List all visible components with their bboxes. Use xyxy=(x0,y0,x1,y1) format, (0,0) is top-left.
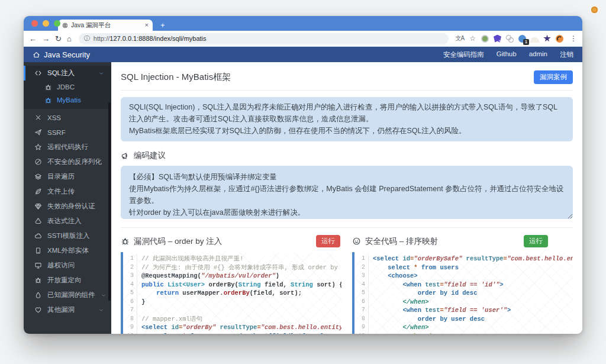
translate-icon[interactable]: 文A xyxy=(456,34,465,43)
line-number: 9 xyxy=(123,323,137,332)
close-window-button[interactable] xyxy=(31,20,38,27)
sidebar-item-1[interactable]: XSS xyxy=(24,110,111,125)
sidebar-scrollbar[interactable] xyxy=(108,102,111,301)
sidebar-item-label: 目录遍历 xyxy=(47,172,75,181)
line-number: 2 xyxy=(354,263,369,272)
droplet-icon xyxy=(34,291,42,299)
code-line: 8// mapper.xml语句 xyxy=(123,315,341,324)
tab-favicon-globe-icon xyxy=(62,22,68,28)
line-number: 8 xyxy=(354,315,369,324)
vuln-case-button[interactable]: 漏洞案例 xyxy=(534,70,573,84)
code-line: 2 select * from users xyxy=(354,263,573,272)
back-icon[interactable]: ← xyxy=(29,35,37,43)
main-content: SQL Injection - MyBatis框架 漏洞案例 SQLI(SQL … xyxy=(111,62,582,334)
forward-icon[interactable]: → xyxy=(42,35,50,43)
code-line: 7 <when test="field == 'user'"> xyxy=(354,306,573,315)
extensions-row: 171 xyxy=(481,35,563,43)
run-safe-button[interactable]: 运行 xyxy=(524,235,548,247)
hat-extension-icon[interactable] xyxy=(531,37,539,41)
avatar-extension-icon[interactable] xyxy=(556,35,563,43)
sidebar-subitem-JDBC[interactable]: JDBC xyxy=(24,80,111,94)
brand[interactable]: Java Security xyxy=(33,50,90,59)
sidebar-item-10[interactable]: XML外部实体 xyxy=(24,243,111,258)
code-line: 9<select id="orderBy" resultType="com.be… xyxy=(123,323,341,332)
sidebar-item-label: 文件上传 xyxy=(47,187,75,196)
advice-textarea[interactable] xyxy=(121,166,573,219)
bug-icon xyxy=(34,276,42,284)
sidebar-subitem-label: MyBatis xyxy=(57,96,81,104)
star-icon xyxy=(34,143,42,151)
sidebar-item-8[interactable]: 表达式注入 xyxy=(24,214,111,228)
code-line: 4public List<User> orderBy(String field,… xyxy=(123,281,341,289)
nav-link-1[interactable]: Github xyxy=(497,50,517,59)
intro-line: SQLI(SQL Injection)，SQL注入是因为程序未能正确对用户的输入… xyxy=(129,102,565,125)
browser-tab[interactable]: Java 漏洞平台 × xyxy=(58,20,153,31)
bookmark-star-icon[interactable]: ☆ xyxy=(469,34,476,43)
line-number: 3 xyxy=(123,272,137,281)
safe-code-editor[interactable]: 1<select id="orderBySafe" resultType="co… xyxy=(352,252,573,334)
nav-link-3[interactable]: 注销 xyxy=(560,50,573,59)
line-number: 4 xyxy=(354,281,369,289)
sidebar-item-label: 越权访问 xyxy=(47,261,75,270)
heart-icon xyxy=(34,306,42,314)
zoom-window-button[interactable] xyxy=(54,20,60,27)
code-line: 5 order by id desc xyxy=(354,289,573,298)
sidebar-item-2[interactable]: SSRF xyxy=(24,125,111,140)
browser-menu-icon[interactable]: ⋮ xyxy=(570,34,577,43)
sidebar-item-0[interactable]: SQL注入 xyxy=(24,66,111,80)
sidebar-item-label: 其他漏洞 xyxy=(47,305,75,314)
sidebar-list: SQL注入JDBCMyBatisXSSSSRF远程代码执行不安全的反序列化目录遍… xyxy=(24,66,111,317)
code-line: 10 select * from users order by ${field}… xyxy=(123,332,341,334)
advice-heading: 编码建议 xyxy=(121,150,573,161)
site-info-icon[interactable]: ⓘ xyxy=(84,34,90,43)
sidebar-item-5[interactable]: 目录遍历 xyxy=(24,169,111,184)
sidebar-item-3[interactable]: 远程代码执行 xyxy=(24,140,111,154)
url-bar[interactable]: ⓘ http://127.0.0.1:8888/index/sqli/mybat… xyxy=(79,33,449,44)
vuln-code-section: 漏洞代码 – order by 注入 运行 1// 此漏洞出现频率较高并且很严重… xyxy=(121,235,341,334)
code-line: 6} xyxy=(123,298,341,307)
safe-code-section: 安全代码 – 排序映射 运行 1<select id="orderBySafe"… xyxy=(352,235,573,334)
minimize-window-button[interactable] xyxy=(43,20,49,27)
browser-toolbar: ← → ↻ ⌂ ⓘ http://127.0.0.1:8888/index/sq… xyxy=(24,31,582,47)
sidebar-item-6[interactable]: 文件上传 xyxy=(24,184,111,199)
sidebar-item-9[interactable]: SSTI模版注入 xyxy=(24,228,111,243)
sidebar-item-4[interactable]: 不安全的反序列化 xyxy=(24,154,111,169)
nav-link-0[interactable]: 安全编码指南 xyxy=(443,50,484,59)
line-number: 6 xyxy=(123,298,137,307)
sidebar-item-label: 失效的身份认证 xyxy=(47,202,95,211)
run-vuln-button[interactable]: 运行 xyxy=(316,235,340,247)
intro-line: MyBatis框架底层已经实现了对SQL注入的防御，但存在使用不当的情况下，仍然… xyxy=(129,125,565,137)
globe-extension-icon[interactable]: 1 xyxy=(518,35,526,43)
sidebar-subitem-MyBatis[interactable]: MyBatis xyxy=(24,94,111,107)
chevron-down-icon xyxy=(98,70,104,76)
tab-close-icon[interactable]: × xyxy=(145,22,149,28)
sidebar-item-14[interactable]: 其他漏洞 xyxy=(24,302,111,317)
sidebar-item-7[interactable]: 失效的身份认证 xyxy=(24,199,111,214)
links-extension-icon[interactable] xyxy=(506,35,514,43)
chevron-down-icon xyxy=(98,307,104,313)
sidebar-item-label: 已知漏洞的组件 xyxy=(47,291,95,299)
sidebar-item-12[interactable]: 开放重定向 xyxy=(24,273,111,288)
reload-icon[interactable]: ↻ xyxy=(55,35,62,43)
star-extension-icon[interactable] xyxy=(543,35,551,43)
shield-extension-icon[interactable]: 17 xyxy=(494,35,501,43)
sidebar-item-label: XSS xyxy=(47,114,61,121)
record-extension-icon[interactable] xyxy=(481,35,489,43)
vuln-code-title: 漏洞代码 – order by 注入 xyxy=(134,236,222,247)
chevron-down-icon xyxy=(101,292,107,298)
nav-link-2[interactable]: admin xyxy=(529,50,547,59)
line-number: 4 xyxy=(123,281,137,289)
browser-window: Java 漏洞平台 × + ← → ↻ ⌂ ⓘ http://127.0.0.1… xyxy=(24,16,582,334)
home-icon[interactable]: ⌂ xyxy=(67,35,72,43)
url-text[interactable]: http://127.0.0.1:8888/index/sqli/mybatis xyxy=(94,35,207,42)
code-icon xyxy=(34,69,42,77)
new-tab-button[interactable]: + xyxy=(160,21,165,29)
vuln-code-editor[interactable]: 1// 此漏洞出现频率较高并且很严重!2// 为何产生: 由于使用 #{} 会将… xyxy=(121,252,341,334)
sidebar-item-13[interactable]: 已知漏洞的组件 xyxy=(24,288,111,302)
globe-extension-icon-badge: 1 xyxy=(523,39,529,45)
code-line: 3@RequestMapping("/mybatis/vul/order") xyxy=(123,272,341,281)
house-icon xyxy=(33,51,40,59)
smile-icon xyxy=(352,237,361,246)
bug-icon xyxy=(121,237,130,246)
sidebar-item-11[interactable]: 越权访问 xyxy=(24,258,111,273)
